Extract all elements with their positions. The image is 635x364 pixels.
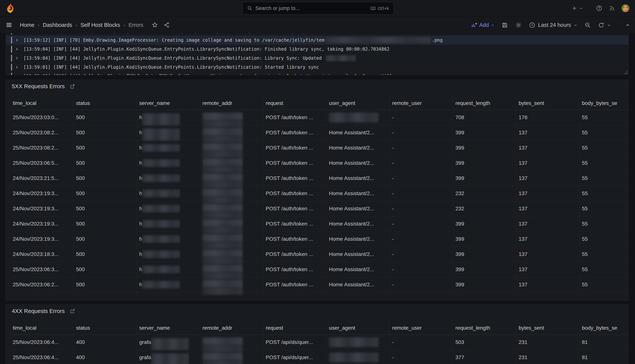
column-header-time_local[interactable]: time_local (10, 96, 74, 110)
external-link-icon[interactable] (70, 308, 75, 314)
refresh-button[interactable] (598, 22, 611, 28)
cell-request_length: 708 (453, 110, 516, 125)
chevron-down-icon (574, 23, 578, 27)
cell-user_agent: Home Assistant/2... (327, 262, 390, 277)
cell-request: POST /auth/token ... (264, 171, 327, 186)
breadcrumb-item[interactable]: Dashboards (43, 22, 72, 28)
panel-title[interactable]: 4XX Requests Errors (12, 308, 65, 314)
log-row[interactable]: [13:59:04] [INF] [44] Jellyfin.Plugin.Ko… (6, 54, 628, 63)
cell-server_name: grafa (137, 335, 200, 350)
server-name-prefix: h (139, 160, 142, 166)
panel-title[interactable]: 5XX Requests Errors (12, 83, 65, 90)
refresh-icon (598, 22, 604, 28)
save-dashboard-button[interactable] (502, 22, 508, 28)
panel-title-bar[interactable]: 4XX Requests Errors (6, 304, 628, 314)
redacted-server-name (142, 205, 180, 212)
server-name-prefix: h (139, 130, 142, 136)
add-button[interactable]: Add (471, 22, 495, 28)
cell-remote_addr (200, 335, 264, 350)
collapse-toolbar-button[interactable] (625, 23, 630, 28)
column-header-request[interactable]: request (264, 96, 327, 110)
column-header-remote[interactable]: remote_addr (200, 321, 264, 334)
cell-remote_user: - (390, 232, 453, 246)
column-header-request[interactable]: request (264, 321, 327, 334)
time-range-picker[interactable]: Last 24 hours (529, 22, 578, 28)
cell-user_agent (327, 335, 390, 350)
redacted-user-agent (329, 112, 378, 122)
log-expand-chevron-icon[interactable] (15, 63, 19, 72)
cell-server_name: h (137, 247, 200, 262)
table-row: 25/Nov/2023:08:2...500hPOST /auth/token … (10, 125, 628, 140)
external-link-icon[interactable] (70, 84, 75, 89)
column-header-body_bytes[interactable]: body_bytes_se (580, 96, 628, 110)
grafana-logo-icon[interactable] (6, 4, 15, 13)
cell-server_name: h (137, 262, 200, 277)
column-header-time_local[interactable]: time_local (10, 321, 74, 334)
zoom-out-button[interactable] (584, 22, 591, 28)
column-header-remote_user[interactable]: remote_user (390, 96, 453, 110)
cell-time_local: 24/Nov/2023:18:3... (10, 247, 74, 262)
help-button[interactable] (596, 5, 602, 12)
panel-resize-handle[interactable] (624, 70, 627, 74)
cell-server_name: h (137, 216, 200, 231)
column-header-user_agent[interactable]: user_agent (327, 96, 390, 110)
cell-user_agent: Home Assistant/2... (327, 277, 390, 292)
cell-user_agent: Home Assistant/2... (327, 201, 390, 216)
menu-button[interactable] (6, 22, 12, 28)
avatar[interactable] (622, 4, 629, 12)
share-button[interactable] (164, 22, 170, 28)
ghost-cell (516, 292, 580, 296)
log-row[interactable]: [13:59:12] [INF] [70] Emby.Drawing.Image… (6, 36, 628, 45)
cell-bytes_sent: 137 (516, 277, 580, 292)
column-header-remote_user[interactable]: remote_user (390, 321, 453, 334)
redacted-remote-addr (202, 352, 243, 364)
log-level-indicator (11, 37, 12, 44)
column-header-request_length[interactable]: request_length (453, 321, 516, 334)
column-header-request_length[interactable]: request_length (453, 96, 516, 110)
refresh-interval-chevron-icon[interactable] (607, 23, 611, 27)
column-header-status[interactable]: status (74, 321, 137, 334)
log-row[interactable]: [13:59:00] [INF] [44] Jellyfin.Plugin.TM… (6, 72, 628, 75)
panel-title-bar[interactable]: 5XX Requests Errors (6, 80, 628, 90)
cell-body_bytes_sent: 55 (580, 262, 628, 277)
column-header-remote[interactable]: remote_addr (200, 96, 264, 110)
log-row[interactable]: [13:59:13] [INF] [70] Emby.Drawing.Image… (6, 34, 628, 36)
cell-user_agent: Home Assistant/2... (327, 232, 390, 246)
column-header-server[interactable]: server_name (137, 96, 200, 110)
search-input[interactable]: Search or jump to... ctrl+k (242, 2, 394, 14)
new-button[interactable] (572, 5, 583, 11)
server-name-prefix: h (139, 221, 142, 227)
panel-5xx-requests-errors: 5XX Requests Errors time_localstatusserv… (6, 80, 628, 300)
table-header-row: time_localstatusserver_nameremote_addrre… (10, 321, 628, 335)
redacted-server-name (142, 174, 180, 182)
log-message-text: [13:59:04] [INF] [44] Jellyfin.Plugin.Ko… (24, 46, 390, 52)
panel-4xx-requests-errors: 4XX Requests Errors time_localstatusserv… (6, 304, 628, 364)
column-header-bytes_sent[interactable]: bytes_sent (516, 321, 580, 334)
column-header-server[interactable]: server_name (137, 321, 200, 334)
log-expand-chevron-icon[interactable] (15, 34, 19, 36)
dashboard-settings-button[interactable] (515, 22, 522, 28)
log-expand-chevron-icon[interactable] (15, 54, 19, 63)
log-expand-chevron-icon[interactable] (15, 45, 19, 54)
cell-status: 400 (74, 350, 137, 364)
log-row[interactable]: [13:59:01] [INF] [44] Jellyfin.Plugin.Ko… (6, 63, 628, 72)
cell-time_local: 24/Nov/2023:19:3... (10, 232, 74, 246)
column-header-user_agent[interactable]: user_agent (327, 321, 390, 334)
cell-time_local: 24/Nov/2023:19:3... (10, 186, 74, 201)
news-button[interactable] (609, 5, 615, 12)
breadcrumb-item[interactable]: Self Host Blocks (80, 22, 120, 28)
cell-request: POST /auth/token ... (264, 156, 327, 170)
server-name-prefix: h (139, 251, 142, 257)
favorite-button[interactable] (152, 22, 158, 28)
column-header-status[interactable]: status (74, 96, 137, 110)
redacted-server-name (151, 338, 189, 350)
log-row[interactable]: [13:59:04] [INF] [44] Jellyfin.Plugin.Ko… (6, 45, 628, 54)
breadcrumb-item[interactable]: Home (20, 22, 34, 28)
log-expand-chevron-icon[interactable] (15, 36, 19, 45)
log-expand-chevron-icon[interactable] (15, 72, 19, 75)
cell-time_local: 25/Nov/2023:08:2... (10, 125, 74, 140)
column-header-bytes_sent[interactable]: bytes_sent (516, 96, 580, 110)
cell-bytes_sent: 231 (516, 350, 580, 364)
column-header-body_bytes[interactable]: body_bytes_se (580, 321, 628, 334)
cell-bytes_sent: 176 (516, 110, 580, 125)
